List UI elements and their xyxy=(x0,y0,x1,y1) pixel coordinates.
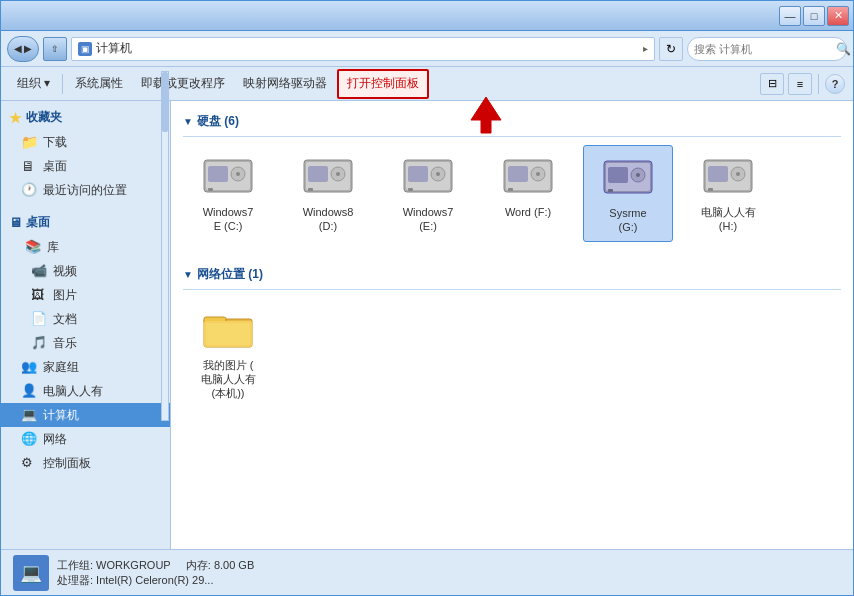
drive-g-label: Sysrme(G:) xyxy=(609,206,646,235)
svg-point-28 xyxy=(636,173,640,177)
drive-d-label: Windows8(D:) xyxy=(303,205,354,234)
open-control-panel-button[interactable]: 打开控制面板 xyxy=(339,71,427,97)
sidebar-item-recent[interactable]: 🕐 最近访问的位置 xyxy=(1,178,170,202)
install-program-button[interactable]: 即载或更改程序 xyxy=(133,71,233,97)
desktop-section-icon: 🖥 xyxy=(9,215,22,230)
sidebar-item-network[interactable]: 🌐 网络 xyxy=(1,427,170,451)
hdd-g-svg xyxy=(600,153,656,201)
folder-svg xyxy=(202,307,254,351)
svg-rect-26 xyxy=(608,167,628,183)
back-icon: ◀ ▶ xyxy=(14,43,33,54)
view-toggle-button[interactable]: ⊟ xyxy=(760,73,784,95)
organize-button[interactable]: 组织 ▾ xyxy=(9,71,58,97)
address-input[interactable]: ▣ 计算机 ▸ xyxy=(71,37,655,61)
controlpanel-label: 控制面板 xyxy=(43,455,91,472)
system-props-button[interactable]: 系统属性 xyxy=(67,71,131,97)
svg-point-10 xyxy=(336,172,340,176)
main-area: ★ 收藏夹 📁 下载 🖥 桌面 🕐 最近访问的位置 🖥 桌面 xyxy=(1,101,853,549)
svg-rect-14 xyxy=(408,166,428,182)
drive-h-icon xyxy=(700,151,756,201)
computer-icon: 💻 xyxy=(21,407,37,423)
sidebar-item-controlpanel[interactable]: ⚙ 控制面板 ⬅ xyxy=(1,451,170,475)
pcuser-label: 电脑人人有 xyxy=(43,383,103,400)
hdd-f-svg xyxy=(500,152,556,200)
sidebar-item-pcuser[interactable]: 👤 电脑人人有 xyxy=(1,379,170,403)
drive-item-c[interactable]: Windows7E (C:) xyxy=(183,145,273,242)
status-bar: 💻 工作组: WORKGROUP 内存: 8.00 GB 处理器: Intel(… xyxy=(1,549,853,595)
download-label: 下载 xyxy=(43,134,67,151)
help-button[interactable]: ? xyxy=(825,74,845,94)
sidebar-item-homegroup[interactable]: 👥 家庭组 xyxy=(1,355,170,379)
up-button[interactable]: ⇧ xyxy=(43,37,67,61)
title-bar-buttons: — □ ✕ xyxy=(779,6,849,26)
status-text-area: 工作组: WORKGROUP 内存: 8.00 GB 处理器: Intel(R)… xyxy=(57,558,254,588)
list-icon: ≡ xyxy=(797,78,803,90)
main-window: — □ ✕ ◀ ▶ ⇧ ▣ 计算机 ▸ ↻ 🔍 组织 ▾ 系统属性 xyxy=(0,0,854,596)
drive-item-h[interactable]: 电脑人人有(H:) xyxy=(683,145,773,242)
recent-folder-icon: 🕐 xyxy=(21,182,37,198)
svg-point-4 xyxy=(236,172,240,176)
sidebar-item-music[interactable]: 🎵 音乐 xyxy=(1,331,170,355)
sidebar-item-picture[interactable]: 🖼 图片 xyxy=(1,283,170,307)
sidebar-item-library[interactable]: 📚 库 xyxy=(1,235,170,259)
refresh-button[interactable]: ↻ xyxy=(659,37,683,61)
open-control-panel-wrapper: 打开控制面板 xyxy=(337,69,429,99)
hard-drives-label: 硬盘 (6) xyxy=(197,113,239,130)
toolbar-right: ⊟ ≡ ? xyxy=(760,73,845,95)
svg-rect-8 xyxy=(308,166,328,182)
sidebar-item-desktop[interactable]: 🖥 桌面 xyxy=(1,154,170,178)
hard-drives-header: ▼ 硬盘 (6) xyxy=(183,109,841,137)
status-processor: 处理器: Intel(R) Celeron(R) 29... xyxy=(57,573,254,588)
hdd-e-svg xyxy=(400,152,456,200)
search-icon: 🔍 xyxy=(836,42,851,56)
video-icon: 📹 xyxy=(31,263,47,279)
search-input[interactable] xyxy=(694,43,832,55)
sidebar-item-download[interactable]: 📁 下载 xyxy=(1,130,170,154)
document-label: 文档 xyxy=(53,311,77,328)
drive-f-icon xyxy=(500,151,556,201)
drive-d-icon xyxy=(300,151,356,201)
refresh-icon: ↻ xyxy=(666,42,676,56)
svg-rect-11 xyxy=(308,188,313,191)
network-folder-item[interactable]: 我的图片 (电脑人人有(本机)) xyxy=(183,298,273,407)
favorites-star-icon: ★ xyxy=(9,110,22,126)
hdd-d-svg xyxy=(300,152,356,200)
drive-item-e[interactable]: Windows7(E:) xyxy=(383,145,473,242)
drives-grid: Windows7E (C:) Windows8( xyxy=(183,145,841,242)
svg-point-16 xyxy=(436,172,440,176)
library-label: 库 xyxy=(47,239,59,256)
drive-g-icon xyxy=(600,152,656,202)
map-drive-button[interactable]: 映射网络驱动器 xyxy=(235,71,335,97)
svg-rect-32 xyxy=(708,166,728,182)
controlpanel-icon: ⚙ xyxy=(21,455,37,471)
drive-item-d[interactable]: Windows8(D:) xyxy=(283,145,373,242)
view-list-button[interactable]: ≡ xyxy=(788,73,812,95)
svg-marker-40 xyxy=(471,97,501,133)
minimize-button[interactable]: — xyxy=(779,6,801,26)
desktop-section-header[interactable]: 🖥 桌面 xyxy=(1,210,170,235)
drive-c-label: Windows7E (C:) xyxy=(203,205,254,234)
favorites-header[interactable]: ★ 收藏夹 xyxy=(1,105,170,130)
svg-rect-17 xyxy=(408,188,413,191)
pcuser-icon: 👤 xyxy=(21,383,37,399)
drive-item-g[interactable]: Sysrme(G:) xyxy=(583,145,673,242)
drive-item-f[interactable]: Word (F:) xyxy=(483,145,573,242)
sidebar-item-video[interactable]: 📹 视频 xyxy=(1,259,170,283)
recent-label: 最近访问的位置 xyxy=(43,182,127,199)
back-button[interactable]: ◀ ▶ xyxy=(7,36,39,62)
document-icon: 📄 xyxy=(31,311,47,327)
sidebar-item-document[interactable]: 📄 文档 xyxy=(1,307,170,331)
search-box[interactable]: 🔍 xyxy=(687,37,847,61)
network-folder-icon xyxy=(200,304,256,354)
computer-label: 计算机 xyxy=(43,407,79,424)
video-label: 视频 xyxy=(53,263,77,280)
close-button[interactable]: ✕ xyxy=(827,6,849,26)
drive-c-icon xyxy=(200,151,256,201)
network-icon: 🌐 xyxy=(21,431,37,447)
path-icon: ▣ xyxy=(78,42,92,56)
maximize-button[interactable]: □ xyxy=(803,6,825,26)
up-icon: ⇧ xyxy=(51,44,59,54)
hdd-c-svg xyxy=(200,152,256,200)
desktop-section-label: 桌面 xyxy=(26,214,50,231)
sidebar-item-computer[interactable]: 💻 计算机 xyxy=(1,403,170,427)
